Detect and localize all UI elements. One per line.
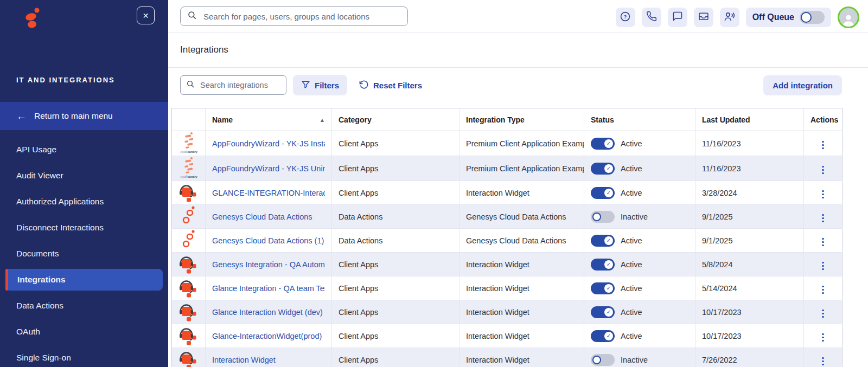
integration-icon-cell bbox=[172, 229, 206, 253]
column-header-status[interactable]: Status bbox=[584, 108, 695, 131]
reset-filters-label: Reset Filters bbox=[373, 81, 422, 90]
sidebar-item-label: Data Actions bbox=[16, 301, 63, 311]
status-cell: Inactive bbox=[584, 205, 695, 229]
sidebar-section-label: IT AND INTEGRATIONS bbox=[16, 76, 115, 84]
status-toggle[interactable]: ✓ bbox=[591, 282, 615, 294]
column-header-name[interactable]: Name▲ bbox=[206, 108, 332, 131]
status-toggle[interactable]: ✓ bbox=[591, 235, 615, 247]
kebab-menu-icon[interactable] bbox=[822, 212, 824, 225]
table-row: Genesys Integration - QA AutomaticClient… bbox=[172, 253, 843, 276]
column-header-actions[interactable]: Actions bbox=[804, 108, 843, 131]
kebab-menu-icon[interactable] bbox=[822, 284, 824, 297]
kebab-menu-icon[interactable] bbox=[822, 355, 824, 367]
integration-icon-cell bbox=[172, 324, 206, 348]
filters-button[interactable]: Filters bbox=[293, 75, 347, 95]
chat-icon bbox=[672, 11, 683, 24]
integration-name-link[interactable]: Interaction Widget bbox=[212, 356, 325, 364]
status-label: Active bbox=[621, 308, 642, 317]
add-integration-button[interactable]: Add integration bbox=[763, 75, 842, 95]
column-header-integration-type[interactable]: Integration Type bbox=[459, 108, 584, 131]
reset-undo-icon bbox=[359, 80, 369, 91]
column-header-last-updated[interactable]: Last Updated bbox=[695, 108, 804, 131]
sidebar-item-disconnect-interactions[interactable]: Disconnect Interactions bbox=[0, 215, 168, 241]
return-to-main-menu-button[interactable]: ← Return to main menu bbox=[0, 102, 168, 130]
status-toggle[interactable]: ✓ bbox=[591, 330, 615, 342]
last-updated-cell: 11/16/2023 bbox=[695, 131, 804, 156]
integration-name-link[interactable]: AppFoundryWizard - YK-JS Uninstall bbox=[212, 164, 325, 173]
status-label: Active bbox=[621, 189, 642, 197]
off-queue-toggle[interactable]: Off Queue bbox=[746, 8, 831, 27]
help-button[interactable]: ? bbox=[616, 8, 635, 27]
kebab-menu-icon[interactable] bbox=[822, 260, 824, 273]
sidebar-item-documents[interactable]: Documents bbox=[0, 241, 168, 267]
sidebar-item-label: Audit Viewer bbox=[16, 171, 63, 181]
sidebar-item-data-actions[interactable]: Data Actions bbox=[0, 293, 168, 319]
status-toggle[interactable]: ✓ bbox=[591, 187, 615, 199]
off-queue-switch-icon[interactable] bbox=[800, 11, 825, 24]
integration-name-link[interactable]: Genesys Integration - QA Automatic bbox=[212, 260, 325, 269]
table-row: Genesys Cloud Data Actions (1)Data Actio… bbox=[172, 229, 843, 253]
table-row: Glance Integration - QA team TestingClie… bbox=[172, 276, 843, 300]
phone-button[interactable] bbox=[642, 8, 661, 27]
actions-cell bbox=[804, 181, 843, 205]
inbox-button[interactable] bbox=[694, 8, 713, 27]
sidebar-item-single-sign-on[interactable]: Single Sign-on bbox=[0, 345, 168, 367]
help-icon: ? bbox=[620, 11, 631, 24]
table-row: AppFoundryAppFoundryWizard - YK-JS Unins… bbox=[172, 156, 843, 181]
integrations-search-input[interactable] bbox=[199, 80, 280, 90]
status-toggle[interactable]: ✓ bbox=[591, 163, 615, 175]
kebab-menu-icon[interactable] bbox=[822, 188, 824, 201]
global-search-input[interactable] bbox=[202, 11, 401, 22]
integration-name-link[interactable]: Glance-InteractionWidget(prod) bbox=[212, 332, 325, 340]
column-header-category[interactable]: Category bbox=[332, 108, 459, 131]
category-cell: Data Actions bbox=[332, 229, 459, 253]
status-toggle[interactable]: ✓ bbox=[591, 259, 615, 271]
sidebar-item-integrations[interactable]: Integrations bbox=[5, 269, 163, 291]
integration-name-link[interactable]: AppFoundryWizard - YK-JS Install De bbox=[212, 139, 325, 148]
kebab-menu-icon[interactable] bbox=[822, 307, 824, 320]
data-actions-icon bbox=[181, 243, 196, 252]
sidebar-item-audit-viewer[interactable]: Audit Viewer bbox=[0, 163, 168, 189]
left-arrow-icon: ← bbox=[16, 111, 27, 121]
integration-icon-cell bbox=[172, 276, 206, 300]
reset-filters-button[interactable]: Reset Filters bbox=[353, 75, 429, 95]
status-toggle[interactable] bbox=[591, 354, 615, 366]
status-toggle[interactable]: ✓ bbox=[591, 138, 615, 150]
close-menu-button[interactable]: ✕ bbox=[137, 7, 155, 24]
sidebar-item-oauth[interactable]: OAuth bbox=[0, 319, 168, 345]
integration-type-cell: Interaction Widget bbox=[459, 348, 584, 367]
last-updated-cell: 11/16/2023 bbox=[695, 156, 804, 181]
category-cell: Client Apps bbox=[332, 348, 459, 367]
integration-name-link[interactable]: GLANCE-INTEGRATION-Interaction W bbox=[212, 189, 325, 197]
data-actions-icon bbox=[181, 220, 196, 228]
chat-button[interactable] bbox=[668, 8, 687, 27]
global-search-box[interactable] bbox=[180, 7, 408, 26]
last-updated-cell: 7/26/2022 bbox=[695, 348, 804, 367]
sidebar-menu: API UsageAudit ViewerAuthorized Applicat… bbox=[0, 137, 168, 367]
status-toggle[interactable] bbox=[591, 211, 615, 223]
integration-name-link[interactable]: Glance Interaction Widget (dev) - Na bbox=[212, 308, 325, 317]
last-updated-cell: 5/14/2024 bbox=[695, 276, 804, 300]
status-cell: ✓Active bbox=[584, 181, 695, 205]
agent-status-button[interactable] bbox=[720, 8, 739, 27]
kebab-menu-icon[interactable] bbox=[822, 236, 824, 249]
integrations-search-box[interactable] bbox=[180, 75, 286, 95]
status-toggle[interactable]: ✓ bbox=[591, 306, 615, 318]
kebab-menu-icon[interactable] bbox=[822, 164, 824, 177]
integration-icon-cell: AppFoundry bbox=[172, 156, 206, 181]
phone-icon bbox=[646, 11, 657, 24]
sidebar-item-api-usage[interactable]: API Usage bbox=[0, 137, 168, 163]
actions-cell bbox=[804, 156, 843, 181]
integration-name-link[interactable]: Genesys Cloud Data Actions (1) bbox=[212, 236, 325, 245]
kebab-menu-icon[interactable] bbox=[822, 139, 824, 152]
status-cell: ✓Active bbox=[584, 300, 695, 324]
status-cell: ✓Active bbox=[584, 156, 695, 181]
integration-name-link[interactable]: Genesys Cloud Data Actions bbox=[212, 213, 325, 221]
user-avatar[interactable] bbox=[838, 7, 859, 28]
sidebar-item-authorized-applications[interactable]: Authorized Applications bbox=[0, 189, 168, 215]
kebab-menu-icon[interactable] bbox=[822, 331, 824, 344]
status-label: Active bbox=[621, 139, 642, 148]
integration-name-link[interactable]: Glance Integration - QA team Testing bbox=[212, 284, 325, 293]
appfoundry-icon: AppFoundry bbox=[178, 172, 199, 181]
last-updated-cell: 3/28/2024 bbox=[695, 181, 804, 205]
